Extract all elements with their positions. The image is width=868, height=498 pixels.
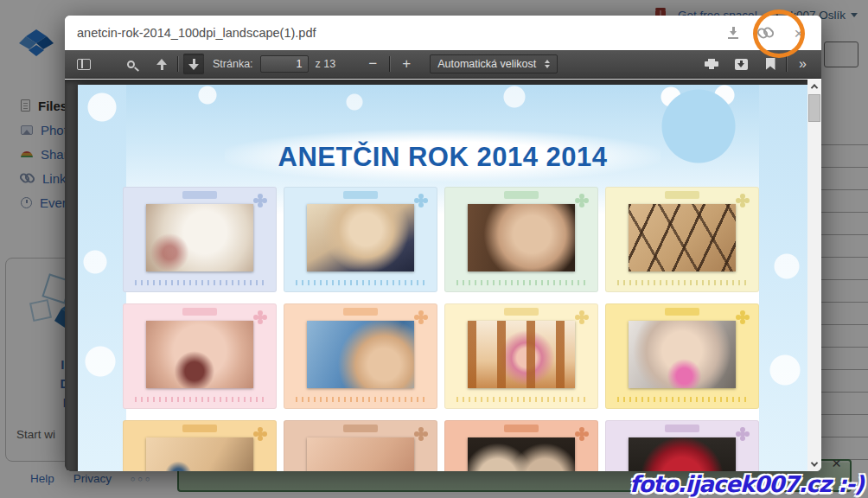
pdf-viewer-area: ANETČIN ROK 2014 2014 xyxy=(65,80,821,471)
photo-card xyxy=(444,420,598,471)
baby-photo xyxy=(468,321,575,388)
zoom-level-value: Automatická velikost xyxy=(437,58,536,70)
previous-page-button[interactable] xyxy=(151,54,172,74)
flower-icon xyxy=(579,198,584,203)
modal-header: anetcin-rok-2014_100dpi_landscape(1).pdf… xyxy=(65,16,821,50)
mini-calendar-strip xyxy=(296,397,425,402)
mini-calendar-strip xyxy=(456,397,586,402)
scrollbar-thumb[interactable] xyxy=(808,94,820,122)
card-tab-decoration xyxy=(665,308,699,316)
mini-calendar-strip xyxy=(135,280,265,285)
photo-card xyxy=(444,187,598,292)
baby-photo xyxy=(307,204,414,271)
baby-photo xyxy=(468,204,575,271)
zoom-level-select[interactable]: Automatická velikost xyxy=(430,54,558,73)
sidebar-toggle-icon xyxy=(77,59,91,70)
photo-card xyxy=(605,303,759,409)
baby-photo xyxy=(307,437,414,471)
mini-calendar-strip xyxy=(617,280,747,285)
find-button[interactable] xyxy=(120,54,141,74)
arrow-down-icon xyxy=(188,59,199,70)
baby-photo xyxy=(629,204,736,271)
save-file-button[interactable] xyxy=(731,54,751,74)
download-button[interactable] xyxy=(723,22,744,43)
photo-card xyxy=(284,187,437,292)
flower-icon xyxy=(258,431,263,437)
annotation-circle xyxy=(753,10,805,58)
screen: Files Phot Shar Link Ever xyxy=(0,0,868,498)
flower-icon xyxy=(740,198,745,203)
chevron-down-icon xyxy=(811,459,818,466)
flower-icon xyxy=(579,431,584,437)
baby-photo xyxy=(146,437,253,471)
printer-icon xyxy=(705,59,718,70)
zoom-in-button[interactable]: + xyxy=(395,54,418,74)
flower-icon xyxy=(258,198,263,203)
baby-photo xyxy=(307,321,414,388)
more-tools-button[interactable]: » xyxy=(792,54,813,74)
photo-card xyxy=(123,187,277,292)
flower-icon xyxy=(418,198,424,203)
scroll-down-button[interactable] xyxy=(807,457,821,471)
scroll-up-button[interactable] xyxy=(807,80,821,93)
baby-photo xyxy=(629,437,736,471)
flower-icon xyxy=(740,315,745,320)
next-page-button[interactable] xyxy=(183,54,204,74)
mini-calendar-strip xyxy=(296,280,425,285)
print-button[interactable] xyxy=(701,54,722,74)
pdf-preview-modal: anetcin-rok-2014_100dpi_landscape(1).pdf… xyxy=(65,16,821,471)
photo-card xyxy=(123,420,277,471)
photo-card xyxy=(284,420,437,471)
sidebar-toggle-button[interactable] xyxy=(73,54,94,74)
mini-calendar-strip xyxy=(617,397,747,402)
baby-photo xyxy=(629,321,736,388)
toolbar-divider xyxy=(177,56,178,72)
page-number-input[interactable] xyxy=(260,55,309,73)
bookmark-icon xyxy=(766,58,775,70)
pdf-toolbar: Stránka: z 13 − + Automatická velikost xyxy=(65,50,821,79)
baby-photo xyxy=(468,437,575,471)
card-tab-decoration xyxy=(665,191,699,199)
photo-grid xyxy=(123,187,759,471)
calendar-title: ANETČIN ROK 2014 2014 xyxy=(78,142,807,173)
flower-icon xyxy=(258,315,263,320)
card-tab-decoration xyxy=(343,425,378,432)
card-tab-decoration xyxy=(504,425,539,432)
page-total: z 13 xyxy=(316,58,336,70)
photo-card xyxy=(284,303,437,409)
mini-calendar-strip xyxy=(135,397,265,402)
pdf-filename: anetcin-rok-2014_100dpi_landscape(1).pdf xyxy=(77,26,711,40)
photo-card xyxy=(123,303,277,409)
card-tab-decoration xyxy=(504,308,539,316)
toolbar-divider xyxy=(786,56,787,72)
card-tab-decoration xyxy=(343,308,378,316)
toolbar-divider xyxy=(389,56,390,72)
flower-icon xyxy=(740,431,745,437)
download-box-icon xyxy=(735,59,748,70)
card-tab-decoration xyxy=(182,191,217,199)
flower-icon xyxy=(579,315,584,320)
page-label: Stránka: xyxy=(213,58,253,70)
chevron-up-icon xyxy=(811,84,818,91)
card-tab-decoration xyxy=(182,308,217,316)
select-carets-icon xyxy=(545,60,550,68)
zoom-out-button[interactable]: − xyxy=(361,54,384,74)
arrow-up-icon xyxy=(156,59,167,70)
photo-card xyxy=(444,303,598,409)
card-tab-decoration xyxy=(182,425,217,432)
flower-icon xyxy=(418,315,424,320)
baby-photo xyxy=(146,321,253,388)
toolbar-right-group: » xyxy=(701,54,813,74)
card-tab-decoration xyxy=(343,191,378,199)
mini-calendar-strip xyxy=(456,280,586,285)
scrollbar[interactable] xyxy=(807,80,821,471)
photo-card xyxy=(605,420,759,471)
card-tab-decoration xyxy=(665,425,699,432)
download-icon xyxy=(727,27,739,39)
search-icon xyxy=(127,61,135,68)
pdf-page: ANETČIN ROK 2014 2014 xyxy=(78,85,807,471)
photo-card xyxy=(605,187,759,292)
baby-photo xyxy=(146,204,253,271)
watermark-text: foto.ijacek007.cz :-) xyxy=(629,471,864,497)
flower-icon xyxy=(418,431,424,437)
